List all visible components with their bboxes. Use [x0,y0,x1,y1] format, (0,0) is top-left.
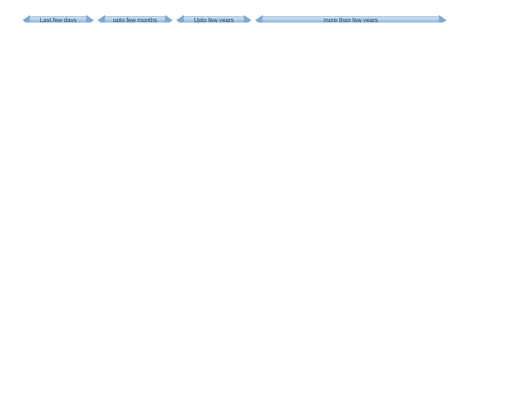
timeline-label: Upto few years [194,17,234,22]
timeline-label: Last few days [40,17,77,22]
timeline-label: more than few years [324,17,378,22]
timeline-arrow-last-few-days: Last few days [23,15,94,22]
timeline-arrow-upto-few-years: Upto few years [176,15,251,22]
timeline-arrow-more-than-few-years: more than few years [255,15,446,22]
timeline-label: upto few months [113,17,157,22]
timeline-arrow-upto-few-months: upto few months [98,15,173,22]
